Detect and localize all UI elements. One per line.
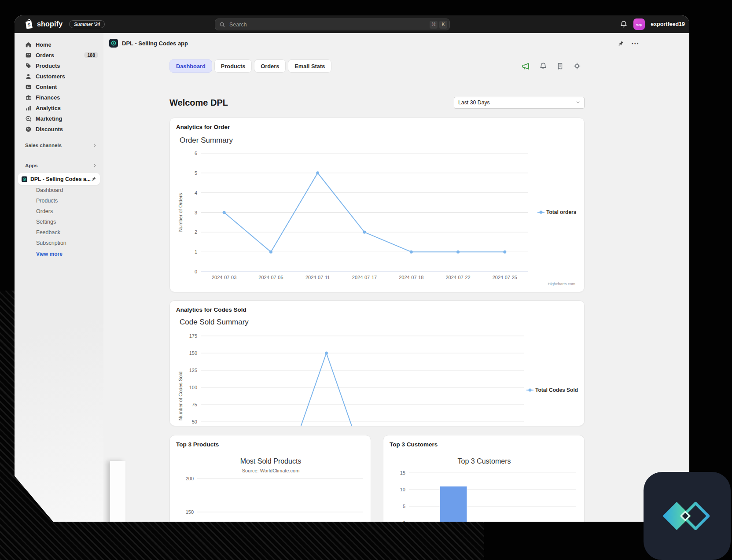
svg-text:Highcharts.com: Highcharts.com [548, 282, 575, 286]
home-icon [25, 41, 32, 48]
sidebar-section-sales-channels[interactable]: Sales channels [15, 140, 103, 150]
sidebar: Home Orders 188 Products Customers [15, 33, 103, 522]
svg-text:2024-07-03: 2024-07-03 [212, 275, 236, 280]
sidebar-item-marketing[interactable]: Marketing [15, 113, 103, 124]
svg-text:2024-07-25: 2024-07-25 [493, 275, 517, 280]
svg-text:Total Codes Sold: Total Codes Sold [535, 387, 578, 393]
view-more-link[interactable]: View more [15, 248, 103, 260]
sidebar-subitem-orders[interactable]: Orders [15, 206, 103, 217]
card-title: Analytics for Order [170, 118, 584, 130]
page-title: Welcome DPL [169, 98, 228, 108]
pin-icon[interactable] [91, 176, 96, 182]
tab-orders[interactable]: Orders [254, 59, 286, 73]
svg-text:2: 2 [195, 229, 197, 235]
sidebar-subitem-settings[interactable]: Settings [15, 217, 103, 227]
svg-text:175: 175 [189, 333, 197, 339]
chevron-right-icon [92, 143, 97, 148]
most-sold-products-chart: Most Sold ProductsSource: WorldClimate.c… [176, 450, 371, 522]
orders-count-badge: 188 [84, 52, 98, 58]
sidebar-subitem-subscription[interactable]: Subscription [15, 238, 103, 248]
device-mockup-stage: S shopify Summer '24 ⌘ K [0, 0, 732, 560]
finances-bank-icon [25, 94, 32, 101]
pin-icon[interactable] [618, 40, 624, 47]
topbar: S shopify Summer '24 ⌘ K [15, 15, 689, 33]
svg-text:150: 150 [186, 509, 194, 515]
svg-text:Top 3 Customers: Top 3 Customers [458, 457, 511, 465]
svg-text:200: 200 [186, 476, 194, 481]
shopify-logo[interactable]: S shopify Summer '24 [24, 19, 105, 29]
sidebar-item-home[interactable]: Home [15, 39, 103, 50]
sidebar-item-content[interactable]: Content [15, 81, 103, 92]
card-title: Top 3 Customers [383, 435, 584, 448]
dpl-app-icon [109, 39, 118, 48]
app-tabs: Dashboard Products Orders Email Stats [169, 59, 585, 74]
orders-icon [25, 52, 32, 59]
sidebar-item-products[interactable]: Products [15, 60, 103, 71]
svg-text:10: 10 [400, 487, 405, 492]
tab-dashboard[interactable]: Dashboard [169, 59, 212, 73]
sidebar-item-discounts[interactable]: Discounts [15, 124, 103, 134]
k-key-badge: K [439, 21, 447, 29]
sidebar-item-customers[interactable]: Customers [15, 71, 103, 81]
sidebar-section-apps[interactable]: Apps [15, 161, 103, 170]
svg-text:1: 1 [195, 249, 197, 254]
svg-text:0: 0 [195, 269, 197, 274]
svg-text:50: 50 [192, 419, 197, 424]
svg-text:Source: WorldClimate.com: Source: WorldClimate.com [242, 468, 300, 473]
sidebar-item-finances[interactable]: Finances [15, 92, 103, 103]
svg-text:5: 5 [403, 504, 405, 509]
app-subheader: DPL - Selling Codes app ⋯ [103, 33, 651, 53]
chevron-down-icon [576, 99, 580, 106]
card-title: Analytics for Codes Sold [170, 301, 584, 313]
tab-products[interactable]: Products [214, 59, 252, 73]
dpl-app-icon [22, 176, 27, 183]
marketing-target-icon [25, 115, 32, 122]
analytics-for-order-card: Analytics for Order Order Summary0123456… [169, 118, 585, 292]
top-3-customers-card: Top 3 Customers Top 3 Customers051015 [383, 435, 585, 522]
tab-email-stats[interactable]: Email Stats [288, 59, 331, 73]
svg-text:2024-07-11: 2024-07-11 [305, 275, 330, 280]
date-range-select[interactable]: Last 30 Days [454, 97, 585, 109]
sidebar-item-analytics[interactable]: Analytics [15, 103, 103, 113]
brand-logo-badge [644, 472, 731, 560]
svg-text:100: 100 [189, 385, 197, 390]
shopify-bag-icon: S [24, 19, 34, 29]
shopify-wordmark: shopify [37, 20, 63, 28]
svg-text:75: 75 [192, 402, 197, 407]
svg-text:15: 15 [400, 470, 405, 475]
order-summary-chart: Order Summary0123456Number of Orders2024… [176, 133, 584, 290]
code-sold-summary-chart: Code Sold Summary0255075100125150175Numb… [176, 316, 584, 426]
svg-text:3: 3 [195, 210, 197, 215]
card-title: Top 3 Products [170, 435, 371, 448]
svg-text:4: 4 [195, 190, 197, 195]
sidebar-item-orders[interactable]: Orders 188 [15, 50, 103, 60]
svg-text:0: 0 [403, 520, 405, 522]
sidebar-subitem-dashboard[interactable]: Dashboard [15, 185, 103, 195]
svg-text:Order Summary: Order Summary [180, 136, 233, 144]
notifications-bell-icon[interactable] [539, 62, 547, 70]
search-input[interactable] [228, 21, 428, 28]
global-search[interactable]: ⌘ K [215, 18, 450, 30]
content-icon [25, 84, 32, 90]
sidebar-item-dpl-app[interactable]: DPL - Selling Codes a... [18, 173, 100, 185]
svg-text:Total orders: Total orders [546, 209, 577, 215]
sidebar-subitem-feedback[interactable]: Feedback [15, 227, 103, 238]
paper-edge-decoration [110, 461, 125, 522]
svg-text:Number of Codes Sold: Number of Codes Sold [178, 372, 183, 420]
avatar[interactable]: exp [633, 18, 645, 30]
settings-gear-icon[interactable] [573, 62, 581, 70]
svg-text:2024-07-05: 2024-07-05 [258, 275, 283, 280]
terms-receipt-icon[interactable] [556, 63, 564, 70]
sidebar-subitem-products[interactable]: Products [15, 195, 103, 206]
more-actions-icon[interactable]: ⋯ [631, 39, 639, 48]
svg-text:2024-07-17: 2024-07-17 [352, 275, 377, 280]
notifications-bell-icon[interactable] [620, 20, 628, 28]
analytics-for-codes-sold-card: Analytics for Codes Sold Code Sold Summa… [169, 300, 585, 426]
svg-text:125: 125 [189, 368, 197, 373]
chevron-right-icon [92, 163, 97, 168]
announcement-megaphone-icon[interactable] [522, 62, 530, 70]
diamond-logo-icon [659, 495, 715, 537]
store-name[interactable]: exportfeed19 [651, 21, 685, 27]
shopify-admin-window: S shopify Summer '24 ⌘ K [15, 15, 689, 522]
svg-text:Code Sold Summary: Code Sold Summary [180, 318, 249, 326]
